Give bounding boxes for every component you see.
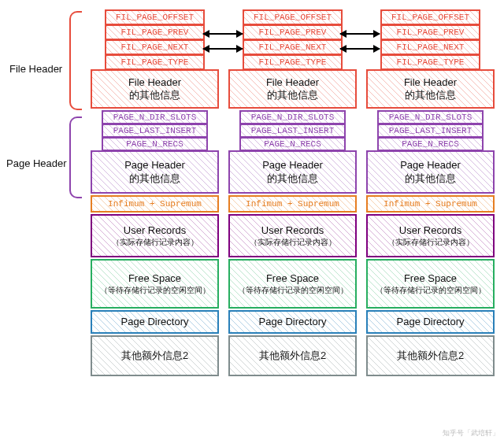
user-records: User Records（实际存储行记录内容） <box>91 214 219 257</box>
free-space-sub: （等待存储行记录的空闲空间） <box>100 286 210 295</box>
ph-field: PAGE_N_DIR_SLOTS <box>102 110 208 124</box>
page-directory: Page Directory <box>91 310 219 334</box>
free-space: Free Space（等待存储行记录的空闲空间） <box>228 259 357 309</box>
free-space-title: Free Space <box>404 272 457 285</box>
ph-other-title: Page Header <box>400 159 461 172</box>
ph-field: PAGE_N_RECS <box>102 137 208 151</box>
fh-other-sub: 的其他信息 <box>267 89 318 102</box>
file-header-brace <box>69 11 82 110</box>
ph-other-sub: 的其他信息 <box>129 172 180 185</box>
arrow-prev-1-2 <box>203 33 243 35</box>
fh-field: FIL_PAGE_PREV <box>105 24 205 40</box>
ph-other: Page Header的其他信息 <box>91 150 219 194</box>
ph-field: PAGE_N_RECS <box>239 137 346 151</box>
page-column-2: FIL_PAGE_OFFSETFIL_PAGE_PREVFIL_PAGE_NEX… <box>366 9 495 376</box>
fh-other: File Header的其他信息 <box>91 69 219 109</box>
page-header-brace <box>69 116 82 198</box>
fh-other-title: File Header <box>128 76 181 89</box>
fh-field: FIL_PAGE_OFFSET <box>105 9 205 25</box>
user-records-title: User Records <box>124 224 186 237</box>
other-extra-info: 其他额外信息2 <box>91 335 219 376</box>
ph-field: PAGE_N_DIR_SLOTS <box>377 110 484 124</box>
watermark: 知乎号「武培轩」 <box>443 428 499 438</box>
fh-field: FIL_PAGE_NEXT <box>105 39 205 55</box>
infimum-supremum: Infimum + Supremum <box>91 195 219 213</box>
page-column-0: FIL_PAGE_OFFSETFIL_PAGE_PREVFIL_PAGE_NEX… <box>91 9 219 376</box>
fh-field: FIL_PAGE_TYPE <box>380 54 480 70</box>
free-space-sub: （等待存储行记录的空闲空间） <box>376 286 486 295</box>
user-records-title: User Records <box>261 224 324 237</box>
free-space: Free Space（等待存储行记录的空闲空间） <box>91 259 219 309</box>
fh-field: FIL_PAGE_PREV <box>380 24 480 40</box>
infimum-supremum: Infimum + Supremum <box>228 195 357 213</box>
fh-other: File Header的其他信息 <box>228 69 357 109</box>
ph-other: Page Header的其他信息 <box>228 150 357 194</box>
user-records-sub: （实际存储行记录内容） <box>112 238 198 247</box>
free-space-title: Free Space <box>128 272 181 285</box>
ph-field: PAGE_LAST_INSERT <box>239 124 346 138</box>
ph-field: PAGE_LAST_INSERT <box>102 124 208 138</box>
free-space-sub: （等待存储行记录的空闲空间） <box>238 286 348 295</box>
infimum-supremum: Infimum + Supremum <box>366 195 495 213</box>
ph-field: PAGE_N_RECS <box>377 137 484 151</box>
fh-other-sub: 的其他信息 <box>129 89 180 102</box>
fh-other-title: File Header <box>404 76 457 89</box>
fh-field: FIL_PAGE_TYPE <box>243 54 343 70</box>
user-records-sub: （实际存储行记录内容） <box>387 238 474 247</box>
page-directory: Page Directory <box>228 310 357 334</box>
fh-field: FIL_PAGE_PREV <box>243 24 343 40</box>
arrow-prev-2-3 <box>340 33 380 35</box>
file-header-label: File Header <box>9 63 62 75</box>
arrow-next-2-3 <box>340 48 380 50</box>
user-records: User Records（实际存储行记录内容） <box>366 214 495 257</box>
other-extra-info: 其他额外信息2 <box>228 335 357 376</box>
fh-other-title: File Header <box>266 76 319 89</box>
page-header-label: Page Header <box>6 157 67 169</box>
fh-field: FIL_PAGE_OFFSET <box>380 9 480 25</box>
ph-other: Page Header的其他信息 <box>366 150 495 194</box>
arrow-next-1-2 <box>203 48 243 50</box>
fh-other: File Header的其他信息 <box>366 69 495 109</box>
ph-field: PAGE_LAST_INSERT <box>377 124 484 138</box>
fh-field: FIL_PAGE_OFFSET <box>243 9 343 25</box>
other-extra-info: 其他额外信息2 <box>366 335 495 376</box>
fh-field: FIL_PAGE_TYPE <box>105 54 205 70</box>
page-column-1: FIL_PAGE_OFFSETFIL_PAGE_PREVFIL_PAGE_NEX… <box>228 9 357 376</box>
ph-other-sub: 的其他信息 <box>267 172 318 185</box>
ph-other-title: Page Header <box>124 159 185 172</box>
fh-field: FIL_PAGE_NEXT <box>380 39 480 55</box>
user-records-title: User Records <box>399 224 461 237</box>
pages-container: FIL_PAGE_OFFSETFIL_PAGE_PREVFIL_PAGE_NEX… <box>91 9 495 376</box>
ph-other-sub: 的其他信息 <box>405 172 456 185</box>
fh-field: FIL_PAGE_NEXT <box>243 39 343 55</box>
user-records-sub: （实际存储行记录内容） <box>250 238 336 247</box>
ph-field: PAGE_N_DIR_SLOTS <box>239 110 346 124</box>
free-space: Free Space（等待存储行记录的空闲空间） <box>366 259 495 309</box>
free-space-title: Free Space <box>266 272 319 285</box>
ph-other-title: Page Header <box>262 159 323 172</box>
user-records: User Records（实际存储行记录内容） <box>228 214 357 257</box>
page-directory: Page Directory <box>366 310 495 334</box>
fh-other-sub: 的其他信息 <box>405 89 456 102</box>
